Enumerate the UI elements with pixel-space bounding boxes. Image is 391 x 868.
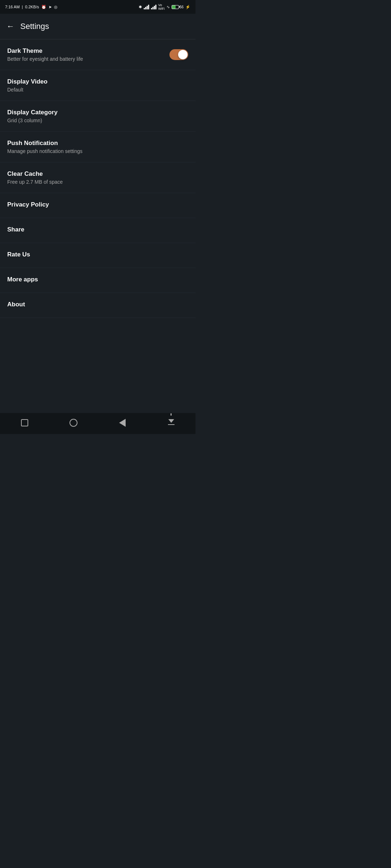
settings-text-about: About <box>7 301 188 310</box>
settings-title-rate-us: Rate Us <box>7 251 188 258</box>
back-button[interactable]: ← <box>7 22 14 31</box>
settings-title-display-video: Display Video <box>7 78 188 85</box>
charging-icon: ⚡ <box>185 5 190 9</box>
settings-title-privacy-policy: Privacy Policy <box>7 201 188 208</box>
settings-subtitle-dark-theme: Better for eyesight and battery life <box>7 56 169 62</box>
settings-text-display-video: Display VideoDefault <box>7 78 188 93</box>
settings-item-rate-us[interactable]: Rate Us <box>0 243 196 268</box>
settings-title-push-notification: Push Notification <box>7 140 188 147</box>
settings-text-share: Share <box>7 226 188 235</box>
settings-title-share: Share <box>7 226 188 233</box>
settings-title-clear-cache: Clear Cache <box>7 170 188 178</box>
nav-bar <box>0 413 196 434</box>
separator: | <box>22 5 23 9</box>
settings-title-dark-theme: Dark Theme <box>7 47 169 55</box>
status-right: ✱ VoWiFi ∿ 56 ⚡ <box>139 3 190 10</box>
toggle-thumb-dark-theme <box>178 50 188 59</box>
download-button[interactable] <box>163 415 179 431</box>
settings-subtitle-display-category: Grid (3 column) <box>7 118 188 123</box>
settings-item-more-apps[interactable]: More apps <box>0 268 196 293</box>
settings-subtitle-display-video: Default <box>7 87 188 93</box>
vowifi-icon: VoWiFi <box>158 3 165 10</box>
home-button[interactable] <box>66 415 81 431</box>
signal-bars-1 <box>144 4 149 9</box>
settings-item-push-notification[interactable]: Push NotificationManage push notificatio… <box>0 132 196 162</box>
location-icon: ➤ <box>49 5 52 9</box>
settings-text-more-apps: More apps <box>7 276 188 285</box>
settings-title-about: About <box>7 301 188 308</box>
settings-item-clear-cache[interactable]: Clear CacheFree up 2.7 MB of space <box>0 162 196 193</box>
settings-item-display-category[interactable]: Display CategoryGrid (3 column) <box>0 101 196 132</box>
settings-text-dark-theme: Dark ThemeBetter for eyesight and batter… <box>7 47 169 62</box>
settings-title-more-apps: More apps <box>7 276 188 283</box>
status-left: 7:16 AM | 0.2KB/s ⏰ ➤ ◎ <box>5 5 58 9</box>
settings-text-clear-cache: Clear CacheFree up 2.7 MB of space <box>7 170 188 185</box>
settings-text-display-category: Display CategoryGrid (3 column) <box>7 109 188 123</box>
settings-list: Dark ThemeBetter for eyesight and batter… <box>0 39 196 318</box>
settings-text-privacy-policy: Privacy Policy <box>7 201 188 210</box>
signal-bars-2 <box>151 4 156 9</box>
settings-subtitle-push-notification: Manage push notification settings <box>7 148 188 154</box>
status-bar: 7:16 AM | 0.2KB/s ⏰ ➤ ◎ ✱ VoWiFi ∿ <box>0 0 196 14</box>
toggle-dark-theme[interactable] <box>169 49 188 60</box>
settings-subtitle-clear-cache: Free up 2.7 MB of space <box>7 179 188 185</box>
settings-text-push-notification: Push NotificationManage push notificatio… <box>7 140 188 154</box>
settings-title-display-category: Display Category <box>7 109 188 116</box>
settings-item-privacy-policy[interactable]: Privacy Policy <box>0 193 196 218</box>
time: 7:16 AM <box>5 5 20 9</box>
settings-item-dark-theme[interactable]: Dark ThemeBetter for eyesight and batter… <box>0 39 196 70</box>
data-speed: 0.2KB/s <box>25 5 39 9</box>
battery-percent: 56 <box>180 5 184 9</box>
battery-icon: 56 <box>172 5 184 9</box>
header: ← Settings <box>0 14 196 39</box>
alarm-icon: ⏰ <box>41 5 46 9</box>
back-nav-button[interactable] <box>114 415 130 431</box>
settings-item-display-video[interactable]: Display VideoDefault <box>0 70 196 101</box>
page-title: Settings <box>20 22 49 31</box>
settings-item-about[interactable]: About <box>0 293 196 318</box>
toggle-track-dark-theme <box>169 49 188 60</box>
settings-text-rate-us: Rate Us <box>7 251 188 260</box>
bluetooth-icon: ✱ <box>139 5 142 9</box>
recents-button[interactable] <box>17 415 33 431</box>
settings-item-share[interactable]: Share <box>0 218 196 243</box>
wifi-icon: ∿ <box>167 5 170 9</box>
sim-icon: ◎ <box>54 5 58 9</box>
